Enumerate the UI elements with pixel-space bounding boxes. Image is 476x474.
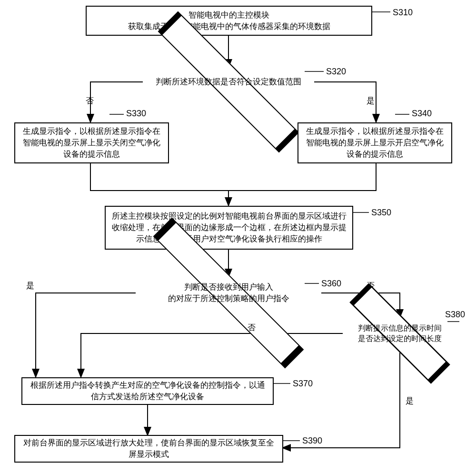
flowchart-canvas: 智能电视中的主控模块 获取集成于所述智能电视中的气体传感器采集的环境数据 S31… bbox=[0, 0, 476, 474]
step-s310: 智能电视中的主控模块 获取集成于所述智能电视中的气体传感器采集的环境数据 bbox=[86, 6, 372, 36]
step-id-s390: S390 bbox=[302, 436, 322, 446]
step-s350: 所述主控模块按照设定的比例对智能电视前台界面的显示区域进行收缩处理，在前台界面的… bbox=[105, 206, 353, 250]
step-text: 生成显示指令，以根据所述显示指令在智能电视的显示屏上显示开启空气净化设备的提示信… bbox=[303, 126, 446, 160]
step-text: 对前台界面的显示区域进行放大处理，使前台界面的显示区域恢复至全屏显示模式 bbox=[20, 437, 278, 460]
step-id-s330: S330 bbox=[126, 109, 146, 119]
step-text: 智能电视中的主控模块 获取集成于所述智能电视中的气体传感器采集的环境数据 bbox=[128, 10, 330, 32]
branch-no-s380: 否 bbox=[248, 322, 256, 333]
step-s340: 生成显示指令，以根据所述显示指令在智能电视的显示屏上显示开启空气净化设备的提示信… bbox=[298, 122, 452, 163]
step-text: 所述主控模块按照设定的比例对智能电视前台界面的显示区域进行收缩处理，在前台界面的… bbox=[110, 211, 347, 244]
step-id-s320: S320 bbox=[326, 67, 346, 77]
decision-s380 bbox=[349, 283, 450, 384]
step-id-s350: S350 bbox=[371, 208, 391, 218]
branch-yes-s360: 是 bbox=[26, 280, 34, 291]
step-s330: 生成显示指令，以根据所述显示指令在智能电视的显示屏上显示关闭空气净化设备的提示信… bbox=[14, 122, 169, 163]
step-s390: 对前台界面的显示区域进行放大处理，使前台界面的显示区域恢复至全屏显示模式 bbox=[14, 435, 283, 463]
step-id-s370: S370 bbox=[293, 379, 313, 389]
step-id-s310: S310 bbox=[393, 8, 413, 18]
branch-yes-s320: 是 bbox=[367, 95, 375, 106]
step-id-s340: S340 bbox=[412, 109, 432, 119]
step-id-s360: S360 bbox=[321, 279, 341, 289]
step-id-s380: S380 bbox=[445, 310, 465, 320]
branch-yes-s380: 是 bbox=[406, 395, 414, 406]
step-text: 根据所述用户指令转换产生对应的空气净化设备的控制指令，以通信方式发送给所述空气净… bbox=[27, 380, 268, 403]
step-s370: 根据所述用户指令转换产生对应的空气净化设备的控制指令，以通信方式发送给所述空气净… bbox=[21, 377, 274, 405]
branch-no-s320: 否 bbox=[86, 95, 94, 106]
step-text: 生成显示指令，以根据所述显示指令在智能电视的显示屏上显示关闭空气净化设备的提示信… bbox=[20, 126, 163, 160]
